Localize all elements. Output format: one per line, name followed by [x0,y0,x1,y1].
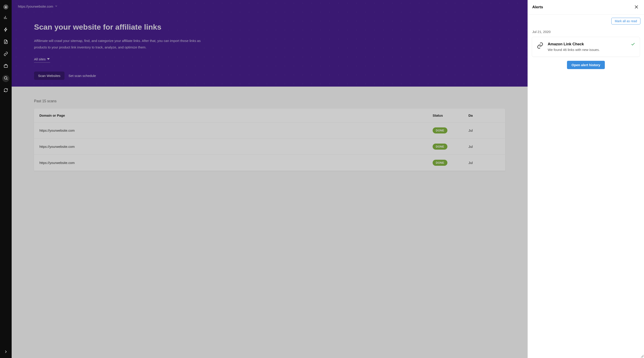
check-icon [631,42,635,46]
nav-link[interactable] [2,51,10,58]
avatar[interactable]: a [3,5,8,10]
resize-handle[interactable] [640,354,644,358]
nav-briefcase[interactable] [2,63,10,70]
nav-analytics[interactable] [2,14,10,22]
mark-all-read-button[interactable]: Mark all as read [611,18,640,25]
open-alert-history-button[interactable]: Open alert history [567,61,604,69]
nav-refresh[interactable] [2,87,10,94]
drawer-header: Alerts [528,0,644,15]
close-button[interactable] [633,4,640,10]
alert-title: Amazon Link Check [548,42,627,46]
page-icon [4,40,8,45]
briefcase-icon [4,64,8,69]
sidebar: a [0,0,12,358]
alert-message: We found 46 links with new issues. [548,48,627,52]
nav-bolt[interactable] [2,27,10,34]
drawer-title: Alerts [532,5,543,10]
analytics-icon [4,15,8,21]
link-icon [4,52,8,57]
nav-expand[interactable] [2,348,10,356]
drawer-toolbar: Mark all as read [528,15,644,26]
close-icon [634,5,639,10]
svg-rect-0 [4,65,8,68]
bolt-icon [4,27,8,33]
nav-search[interactable] [2,75,10,82]
link-icon [536,42,544,49]
main: https://yourwebsite.com Scan your websit… [12,0,528,358]
refresh-icon [4,88,8,93]
search-icon [4,76,8,81]
svg-point-1 [4,77,7,79]
alert-group-date: Jul 21, 2020 [532,30,640,34]
overlay[interactable] [12,0,528,358]
nav-page[interactable] [2,39,10,46]
chevron-right-icon [4,349,8,355]
alert-card[interactable]: Amazon Link Check We found 46 links with… [532,37,640,57]
alerts-drawer: Alerts Mark all as read Jul 21, 2020 Ama… [528,0,644,358]
drawer-body: Jul 21, 2020 Amazon Link Check We found … [528,26,644,358]
